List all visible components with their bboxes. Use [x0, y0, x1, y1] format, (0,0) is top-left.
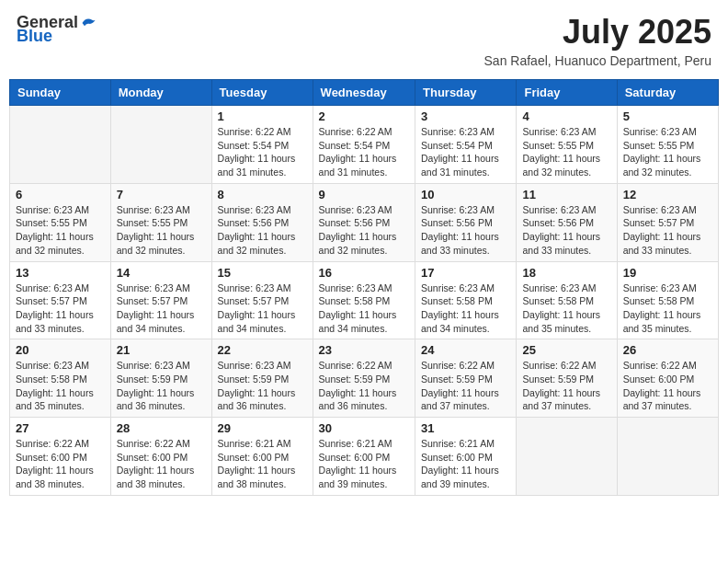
day-cell: 23 Sunrise: 6:22 AM Sunset: 5:59 PM Dayl… — [313, 339, 415, 418]
sunset-text: Sunset: 5:59 PM — [218, 373, 290, 385]
day-number: 14 — [117, 266, 206, 280]
sunrise-text: Sunrise: 6:21 AM — [421, 438, 495, 449]
header: General Blue July 2025 San Rafael, Huanu… — [9, 9, 719, 72]
sunset-text: Sunset: 5:58 PM — [522, 295, 594, 306]
day-number: 21 — [117, 343, 206, 357]
daylight-text: Daylight: 11 hours and 34 minutes. — [319, 309, 397, 334]
day-number: 16 — [319, 266, 409, 280]
day-number: 20 — [16, 343, 105, 357]
daylight-text: Daylight: 11 hours and 34 minutes. — [421, 309, 499, 334]
day-info: Sunrise: 6:23 AM Sunset: 5:59 PM Dayligh… — [218, 359, 307, 413]
day-number: 15 — [218, 266, 307, 280]
day-info: Sunrise: 6:23 AM Sunset: 5:55 PM Dayligh… — [16, 203, 105, 258]
day-cell: 6 Sunrise: 6:23 AM Sunset: 5:55 PM Dayli… — [10, 183, 111, 261]
day-number: 4 — [522, 109, 610, 123]
day-info: Sunrise: 6:22 AM Sunset: 5:59 PM Dayligh… — [421, 359, 510, 413]
sunset-text: Sunset: 6:00 PM — [421, 452, 493, 463]
sunrise-text: Sunrise: 6:22 AM — [522, 360, 596, 371]
sunrise-text: Sunrise: 6:23 AM — [623, 282, 697, 293]
week-row: 1 Sunrise: 6:22 AM Sunset: 5:54 PM Dayli… — [10, 106, 719, 184]
day-info: Sunrise: 6:23 AM Sunset: 5:56 PM Dayligh… — [218, 203, 307, 258]
day-cell: 15 Sunrise: 6:23 AM Sunset: 5:57 PM Dayl… — [211, 261, 313, 339]
day-info: Sunrise: 6:23 AM Sunset: 5:56 PM Dayligh… — [522, 203, 610, 258]
daylight-text: Daylight: 11 hours and 35 minutes. — [623, 309, 701, 334]
day-info: Sunrise: 6:22 AM Sunset: 5:54 PM Dayligh… — [218, 125, 307, 179]
day-number: 12 — [623, 188, 712, 201]
sunset-text: Sunset: 5:58 PM — [421, 295, 493, 306]
daylight-text: Daylight: 11 hours and 34 minutes. — [218, 309, 296, 334]
sunset-text: Sunset: 5:59 PM — [319, 373, 391, 385]
day-number: 3 — [421, 109, 510, 123]
sunset-text: Sunset: 5:58 PM — [623, 295, 695, 306]
day-number: 24 — [421, 343, 510, 357]
logo: General Blue — [17, 13, 98, 46]
sunset-text: Sunset: 6:00 PM — [218, 452, 290, 463]
day-cell: 9 Sunrise: 6:23 AM Sunset: 5:56 PM Dayli… — [313, 183, 415, 261]
day-cell: 7 Sunrise: 6:23 AM Sunset: 5:55 PM Dayli… — [110, 183, 211, 261]
day-cell: 3 Sunrise: 6:23 AM Sunset: 5:54 PM Dayli… — [415, 106, 517, 184]
day-cell: 27 Sunrise: 6:22 AM Sunset: 6:00 PM Dayl… — [10, 418, 111, 496]
sunset-text: Sunset: 5:59 PM — [117, 373, 188, 385]
column-header-saturday: Saturday — [617, 80, 718, 106]
day-cell: 19 Sunrise: 6:23 AM Sunset: 5:58 PM Dayl… — [617, 261, 718, 339]
sunset-text: Sunset: 6:00 PM — [623, 373, 695, 385]
sunrise-text: Sunrise: 6:22 AM — [16, 438, 89, 449]
day-cell: 24 Sunrise: 6:22 AM Sunset: 5:59 PM Dayl… — [415, 339, 517, 418]
daylight-text: Daylight: 11 hours and 32 minutes. — [16, 231, 94, 256]
day-info: Sunrise: 6:23 AM Sunset: 5:56 PM Dayligh… — [319, 203, 409, 258]
sunset-text: Sunset: 5:56 PM — [218, 217, 290, 228]
week-row: 13 Sunrise: 6:23 AM Sunset: 5:57 PM Dayl… — [10, 261, 719, 339]
day-cell — [110, 106, 211, 184]
day-cell: 22 Sunrise: 6:23 AM Sunset: 5:59 PM Dayl… — [211, 339, 313, 418]
week-row: 27 Sunrise: 6:22 AM Sunset: 6:00 PM Dayl… — [10, 418, 719, 496]
sunrise-text: Sunrise: 6:23 AM — [117, 204, 190, 215]
day-info: Sunrise: 6:23 AM Sunset: 5:54 PM Dayligh… — [421, 125, 510, 179]
day-number: 23 — [319, 343, 409, 357]
sunrise-text: Sunrise: 6:23 AM — [117, 282, 190, 293]
sunrise-text: Sunrise: 6:23 AM — [522, 126, 596, 137]
daylight-text: Daylight: 11 hours and 35 minutes. — [16, 387, 94, 412]
calendar: SundayMondayTuesdayWednesdayThursdayFrid… — [9, 79, 719, 496]
day-number: 13 — [16, 266, 105, 280]
calendar-header-row: SundayMondayTuesdayWednesdayThursdayFrid… — [10, 80, 719, 106]
day-info: Sunrise: 6:22 AM Sunset: 5:59 PM Dayligh… — [319, 359, 409, 413]
day-cell: 1 Sunrise: 6:22 AM Sunset: 5:54 PM Dayli… — [211, 106, 313, 184]
day-number: 31 — [421, 421, 510, 435]
day-cell: 14 Sunrise: 6:23 AM Sunset: 5:57 PM Dayl… — [110, 261, 211, 339]
day-number: 22 — [218, 343, 307, 357]
sunrise-text: Sunrise: 6:23 AM — [421, 282, 495, 293]
day-info: Sunrise: 6:23 AM Sunset: 5:58 PM Dayligh… — [522, 282, 610, 336]
column-header-friday: Friday — [517, 80, 617, 106]
day-number: 1 — [218, 109, 307, 123]
day-info: Sunrise: 6:23 AM Sunset: 5:58 PM Dayligh… — [421, 282, 510, 336]
day-cell: 20 Sunrise: 6:23 AM Sunset: 5:58 PM Dayl… — [10, 339, 111, 418]
day-number: 26 — [623, 343, 712, 357]
day-number: 27 — [16, 421, 105, 435]
sunset-text: Sunset: 5:56 PM — [421, 217, 493, 228]
daylight-text: Daylight: 11 hours and 32 minutes. — [319, 231, 397, 256]
logo-icon — [80, 14, 98, 32]
daylight-text: Daylight: 11 hours and 38 minutes. — [117, 465, 195, 489]
daylight-text: Daylight: 11 hours and 31 minutes. — [319, 153, 397, 178]
day-number: 30 — [319, 421, 409, 435]
sunset-text: Sunset: 5:57 PM — [623, 217, 695, 228]
logo-text-blue: Blue — [17, 27, 52, 46]
daylight-text: Daylight: 11 hours and 35 minutes. — [522, 309, 600, 334]
sunset-text: Sunset: 5:57 PM — [16, 295, 87, 306]
daylight-text: Daylight: 11 hours and 39 minutes. — [319, 465, 397, 489]
sunset-text: Sunset: 5:58 PM — [16, 373, 87, 385]
day-cell: 10 Sunrise: 6:23 AM Sunset: 5:56 PM Dayl… — [415, 183, 517, 261]
daylight-text: Daylight: 11 hours and 31 minutes. — [421, 153, 499, 178]
day-number: 28 — [117, 421, 206, 435]
sunset-text: Sunset: 5:55 PM — [623, 140, 695, 151]
day-cell: 26 Sunrise: 6:22 AM Sunset: 6:00 PM Dayl… — [617, 339, 718, 418]
column-header-wednesday: Wednesday — [313, 80, 415, 106]
month-title: July 2025 — [484, 13, 711, 52]
day-info: Sunrise: 6:23 AM Sunset: 5:55 PM Dayligh… — [522, 125, 610, 179]
day-cell — [617, 418, 718, 496]
sunrise-text: Sunrise: 6:21 AM — [319, 438, 392, 449]
sunrise-text: Sunrise: 6:23 AM — [16, 360, 89, 371]
day-cell: 16 Sunrise: 6:23 AM Sunset: 5:58 PM Dayl… — [313, 261, 415, 339]
location-title: San Rafael, Huanuco Department, Peru — [484, 53, 711, 68]
day-info: Sunrise: 6:23 AM Sunset: 5:59 PM Dayligh… — [117, 359, 206, 413]
